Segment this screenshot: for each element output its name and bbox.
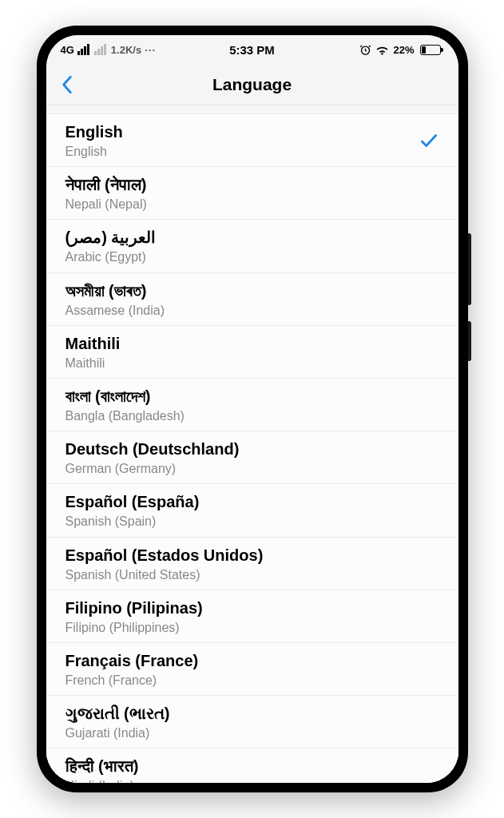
status-bar: 4G 1.2K/s ··· 5:33 PM xyxy=(46,35,458,64)
more-icon: ··· xyxy=(145,44,156,56)
language-english-label: Nepali (Nepal) xyxy=(65,197,147,212)
status-bar-right: 22% xyxy=(359,44,440,56)
language-option-text: Español (España)Spanish (Spain) xyxy=(65,492,200,529)
language-english-label: Spanish (United States) xyxy=(65,567,264,582)
chevron-left-icon xyxy=(61,74,73,95)
network-speed-label: 1.2K/s xyxy=(111,44,141,56)
phone-device-frame: 4G 1.2K/s ··· 5:33 PM xyxy=(37,26,468,792)
language-english-label: Maithili xyxy=(65,355,121,371)
language-english-label: Spanish (Spain) xyxy=(65,514,200,529)
language-native-label: العربية (مصر) xyxy=(65,228,157,248)
language-option[interactable]: EnglishEnglish xyxy=(46,114,458,167)
language-option[interactable]: Español (Estados Unidos)Spanish (United … xyxy=(46,538,458,590)
language-native-label: বাংলা (বাংলাদেশ) xyxy=(65,387,185,407)
language-option-text: Deutsch (Deutschland)German (Germany) xyxy=(65,439,240,476)
content-area: EnglishEnglishनेपाली (नेपाल)Nepali (Nepa… xyxy=(46,105,458,783)
language-option[interactable]: ગુજરાતી (ભારત)Gujarati (India) xyxy=(46,696,458,749)
language-native-label: Español (Estados Unidos) xyxy=(65,546,264,566)
language-english-label: Assamese (India) xyxy=(65,303,165,318)
language-option[interactable]: Filipino (Pilipinas)Filipino (Philippine… xyxy=(46,590,458,643)
signal-icon xyxy=(77,44,89,55)
language-option-text: العربية (مصر)Arabic (Egypt) xyxy=(65,228,157,264)
language-native-label: Español (España) xyxy=(65,492,200,512)
language-option[interactable]: Deutsch (Deutschland)German (Germany) xyxy=(46,431,458,484)
language-option-text: Español (Estados Unidos)Spanish (United … xyxy=(65,546,264,582)
language-option-text: বাংলা (বাংলাদেশ)Bangla (Bangladesh) xyxy=(65,387,185,423)
language-english-label: German (Germany) xyxy=(65,461,240,476)
network-type-label: 4G xyxy=(61,44,74,56)
language-native-label: Filipino (Pilipinas) xyxy=(65,598,203,618)
language-option-text: ગુજરાતી (ભારત)Gujarati (India) xyxy=(65,704,170,741)
language-native-label: हिन्दी (भारत) xyxy=(65,756,139,776)
language-option[interactable]: বাংলা (বাংলাদেশ)Bangla (Bangladesh) xyxy=(46,379,458,431)
page-header: Language xyxy=(46,64,458,105)
battery-percent-label: 22% xyxy=(393,44,414,56)
language-native-label: অসমীয়া (ভাৰত) xyxy=(65,281,165,301)
status-bar-left: 4G 1.2K/s ··· xyxy=(61,44,157,56)
language-english-label: English xyxy=(65,144,123,159)
language-english-label: Bangla (Bangladesh) xyxy=(65,408,185,423)
phone-screen: 4G 1.2K/s ··· 5:33 PM xyxy=(46,35,458,783)
language-option[interactable]: नेपाली (नेपाल)Nepali (Nepal) xyxy=(46,167,458,220)
language-list: EnglishEnglishनेपाली (नेपाल)Nepali (Nepa… xyxy=(46,113,458,783)
language-option[interactable]: Français (France)French (France) xyxy=(46,643,458,696)
alarm-icon xyxy=(359,44,371,56)
language-english-label: Arabic (Egypt) xyxy=(65,249,157,264)
language-option-text: नेपाली (नेपाल)Nepali (Nepal) xyxy=(65,175,147,212)
language-option-text: Français (France)French (France) xyxy=(65,651,199,688)
language-english-label: Hindi (India) xyxy=(65,778,139,783)
language-option-text: हिन्दी (भारत)Hindi (India) xyxy=(65,756,139,783)
wifi-icon xyxy=(375,44,389,56)
language-native-label: नेपाली (नेपाल) xyxy=(65,175,147,195)
page-title: Language xyxy=(46,75,458,94)
language-english-label: Filipino (Philippines) xyxy=(65,620,203,635)
back-button[interactable] xyxy=(61,74,73,95)
language-option[interactable]: অসমীয়া (ভাৰত)Assamese (India) xyxy=(46,273,458,326)
language-option-text: Filipino (Pilipinas)Filipino (Philippine… xyxy=(65,598,203,635)
checkmark-icon xyxy=(419,130,439,151)
language-option-text: EnglishEnglish xyxy=(65,122,123,159)
language-native-label: ગુજરાતી (ભારત) xyxy=(65,704,170,724)
language-option[interactable]: Español (España)Spanish (Spain) xyxy=(46,484,458,537)
language-english-label: French (France) xyxy=(65,673,199,688)
language-option[interactable]: हिन्दी (भारत)Hindi (India) xyxy=(46,749,458,783)
language-option-text: অসমীয়া (ভাৰত)Assamese (India) xyxy=(65,281,165,318)
signal-secondary-icon xyxy=(94,44,106,55)
language-option[interactable]: العربية (مصر)Arabic (Egypt) xyxy=(46,220,458,272)
language-native-label: Deutsch (Deutschland) xyxy=(65,439,240,459)
language-native-label: English xyxy=(65,122,123,142)
language-native-label: Maithili xyxy=(65,334,121,354)
battery-icon xyxy=(419,45,441,55)
language-native-label: Français (France) xyxy=(65,651,199,671)
language-option[interactable]: MaithiliMaithili xyxy=(46,326,458,379)
language-english-label: Gujarati (India) xyxy=(65,725,170,741)
language-option-text: MaithiliMaithili xyxy=(65,334,121,371)
clock-label: 5:33 PM xyxy=(229,43,275,57)
